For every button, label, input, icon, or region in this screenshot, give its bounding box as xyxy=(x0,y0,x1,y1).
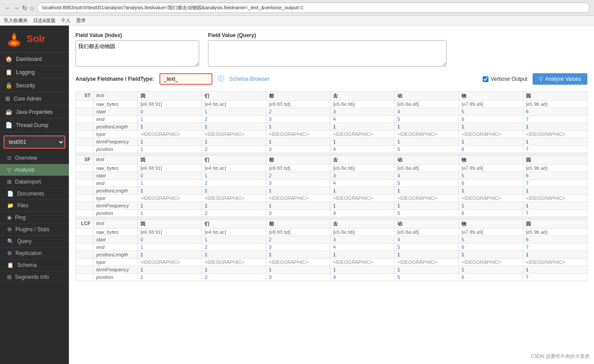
files-icon: 📁 xyxy=(7,203,14,209)
sidebar-item-thread-dump[interactable]: 📄 Thread Dump xyxy=(0,119,69,132)
refresh-icon[interactable]: ↻ xyxy=(22,4,27,11)
core-sub-ping[interactable]: ◉ Ping xyxy=(0,212,69,224)
token-cell: <IDEOGRAPHIC> xyxy=(266,195,330,202)
core-selector[interactable]: test001 xyxy=(4,135,65,149)
section-label xyxy=(76,259,94,266)
bookmark-1[interactable]: 导入收藏夹 xyxy=(4,17,28,24)
token-cell: 7 xyxy=(523,146,587,153)
core-sub-segments[interactable]: ⊞ Segments info xyxy=(0,271,69,283)
help-icon[interactable]: ⓘ xyxy=(218,75,224,83)
core-sub-plugins[interactable]: ⚙ Plugins / Stats xyxy=(0,224,69,236)
token-cell: 去 xyxy=(330,220,394,229)
field-value-index-input[interactable]: 我们都去动物园 xyxy=(76,40,199,67)
token-cell: 1 xyxy=(138,180,202,187)
token-cell: <IDEOGRAPHIC> xyxy=(266,259,330,266)
token-cell: 1 xyxy=(459,123,523,131)
token-cell: 都 xyxy=(266,92,330,101)
verbose-checkbox[interactable] xyxy=(483,76,488,82)
core-sub-files[interactable]: 📁 Files xyxy=(0,200,69,212)
field-name-cell: termFrequency xyxy=(94,202,138,210)
sidebar-item-core-admin[interactable]: ⊞ Core Admin xyxy=(0,92,69,105)
fieldname-input[interactable] xyxy=(159,73,212,85)
core-sub-documents[interactable]: 📄 Documents xyxy=(0,188,69,200)
core-sub-analysis[interactable]: ▽ Analysis xyxy=(0,164,69,176)
token-cell: 2 xyxy=(202,274,266,281)
field-name-cell: raw_bytes xyxy=(94,165,138,172)
dashboard-icon: 🏠 xyxy=(5,56,12,62)
token-cell: 1 xyxy=(138,274,202,281)
token-cell: 1 xyxy=(138,210,202,217)
token-cell: 6 xyxy=(459,244,523,251)
token-cell: 4 xyxy=(330,244,394,251)
app-container: Solr 🏠 Dashboard 📋 Logging 🔒 Security ⊞ … xyxy=(0,26,594,364)
token-cell: <IDEOGRAPHIC> xyxy=(394,131,458,138)
core-sub-dataimport[interactable]: ⊞ Dataimport xyxy=(0,176,69,188)
core-sub-nav: ⊙ Overview ▽ Analysis ⊞ Dataimport 📄 Doc… xyxy=(0,152,69,283)
token-cell: 6 xyxy=(523,172,587,180)
core-sub-label-files: Files xyxy=(17,203,28,209)
bookmark-2[interactable]: 日志&发版 xyxy=(33,17,56,24)
schema-browser-link[interactable]: Schema Browser xyxy=(229,76,269,82)
token-cell: 2 xyxy=(202,146,266,153)
sidebar-item-logging[interactable]: 📋 Logging xyxy=(0,66,69,79)
token-cell: 6 xyxy=(523,108,587,116)
token-cell: [e9 83 bd] xyxy=(266,229,330,236)
token-cell: [e5 8e bb] xyxy=(330,165,394,172)
token-cell: 5 xyxy=(459,108,523,116)
token-cell: 0 xyxy=(138,108,202,116)
schema-icon: 📋 xyxy=(7,262,14,268)
analyse-values-button[interactable]: ▽ Analyse Values xyxy=(533,73,587,85)
browser-nav-icons[interactable]: ← → ↻ ⌂ xyxy=(4,4,34,11)
verbose-label-text: Verbose Output xyxy=(491,76,527,82)
section-label: LCF xyxy=(76,220,94,229)
token-cell: 5 xyxy=(459,172,523,180)
sidebar-item-security[interactable]: 🔒 Security xyxy=(0,79,69,92)
bookmarks-bar: 导入收藏夹 日志&发版 个人 需求 xyxy=(0,16,594,26)
field-name-cell: end xyxy=(94,180,138,187)
forward-icon[interactable]: → xyxy=(13,4,19,11)
token-cell: 5 xyxy=(394,146,458,153)
token-cell: <IDEOGRAPHIC> xyxy=(523,195,587,202)
token-cell: <IDEOGRAPHIC> xyxy=(330,195,394,202)
token-cell: <IDEOGRAPHIC> xyxy=(138,131,202,138)
section-label xyxy=(76,210,94,217)
url-bar[interactable]: localhost:8983/solr/#/test001/analysis?a… xyxy=(37,3,590,13)
core-sub-query[interactable]: 🔍 Query xyxy=(0,236,69,248)
plugins-icon: ⚙ xyxy=(7,226,12,233)
token-cell: [e9 83 bd] xyxy=(266,165,330,172)
bookmark-4[interactable]: 需求 xyxy=(76,17,86,24)
sidebar: Solr 🏠 Dashboard 📋 Logging 🔒 Security ⊞ … xyxy=(0,26,69,364)
sidebar-item-java-properties[interactable]: ☕ Java Properties xyxy=(0,105,69,119)
solr-title: Solr xyxy=(26,33,45,45)
core-select[interactable]: test001 xyxy=(4,136,64,148)
section-label xyxy=(76,172,94,180)
table-row: end1234567 xyxy=(76,116,587,123)
section-label xyxy=(76,274,94,281)
verbose-output-group: Verbose Output xyxy=(483,76,527,82)
token-cell: 5 xyxy=(394,274,458,281)
bookmark-3[interactable]: 个人 xyxy=(61,17,71,24)
core-sub-label-query: Query xyxy=(17,238,32,244)
table-row: position1234567 xyxy=(76,274,587,281)
token-cell: 物 xyxy=(459,92,523,101)
token-cell: 3 xyxy=(266,274,330,281)
field-name-cell: position xyxy=(94,274,138,281)
solr-logo-svg xyxy=(5,30,23,48)
table-row: type<IDEOGRAPHIC><IDEOGRAPHIC><IDEOGRAPH… xyxy=(76,259,587,266)
table-row: end1234567 xyxy=(76,180,587,187)
core-sub-schema[interactable]: 📋 Schema xyxy=(0,259,69,271)
core-sub-overview[interactable]: ⊙ Overview xyxy=(0,152,69,164)
token-cell: 1 xyxy=(138,116,202,123)
table-row: termFrequency1111111 xyxy=(76,266,587,274)
field-name-cell: raw_bytes xyxy=(94,229,138,236)
section-label xyxy=(76,165,94,172)
home-icon[interactable]: ⌂ xyxy=(30,4,34,11)
sidebar-item-dashboard[interactable]: 🏠 Dashboard xyxy=(0,53,69,66)
sidebar-label-dashboard: Dashboard xyxy=(16,56,42,62)
analyse-row: Analyse Fieldname / FieldType: ⓘ Schema … xyxy=(76,73,587,85)
token-cell: 物 xyxy=(459,156,523,165)
core-sub-replication[interactable]: ⚙ Replication xyxy=(0,248,69,259)
field-value-query-input[interactable] xyxy=(208,40,446,67)
token-cell: <IDEOGRAPHIC> xyxy=(523,259,587,266)
back-icon[interactable]: ← xyxy=(4,4,11,11)
